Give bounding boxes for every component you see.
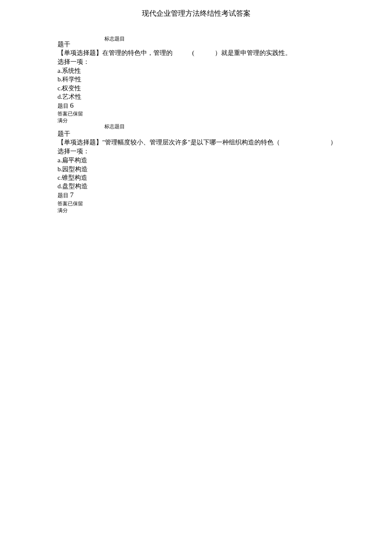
option-text-2d: 盘型构造 [62,183,88,190]
option-letter-2d: d. [58,183,62,190]
document-page: 现代企业管理方法终结性考试答案 标志题目 题干 【单项选择题】在管理的特色中，管… [0,0,392,214]
qnum-label-2: 题目 [58,192,69,198]
option-letter-2c: c. [58,174,62,181]
select-label-1: 选择一项： [58,58,339,66]
question-type-2: 【单项选择题】 [58,139,102,146]
option-letter-1a: a. [58,67,62,74]
qnum-2: 7 [70,191,74,199]
option-2a[interactable]: a.扁平构造 [58,156,339,164]
qnum-label-1: 题目 [58,103,69,109]
question-text-2: 【单项选择题】"管理幅度较小、管理层次许多"是以下哪一种组织构造的特色（ ） [58,138,339,147]
option-1a[interactable]: a.系统性 [58,66,339,75]
page-title: 现代企业管理方法终结性考试答案 [0,9,392,18]
question-main-2: "管理幅度较小、管理层次许多"是以下哪一种组织构造的特色（ [102,139,280,146]
flag-question-link-2[interactable]: 标志题目 [104,123,125,130]
question-number-line-2: 题目 7 [58,190,339,200]
question-text-1: 【单项选择题】在管理的特色中，管理的(）就是重申管理的实践性。 [58,49,339,58]
option-text-2a: 扁平构造 [62,157,87,164]
option-text-1b: 科学性 [62,76,81,83]
question-after-1: ）就是重申管理的实践性。 [215,49,291,56]
option-text-1d: 艺术性 [62,93,81,100]
full-score-2: 满分 [58,207,339,214]
qnum-1: 6 [70,101,74,109]
stem-label-1: 题干 [58,35,339,49]
answer-saved-2: 答案已保留 [58,200,339,207]
question-number-line-1: 题目 6 [58,101,339,110]
question-type-1: 【单项选择题】 [58,49,102,56]
full-score-1: 满分 [58,117,339,124]
option-2d[interactable]: d.盘型构造 [58,182,339,190]
option-1b[interactable]: b.科学性 [58,75,339,83]
open-paren-1: ( [192,49,194,56]
close-paren-2: ） [330,138,337,147]
answer-saved-1: 答案已保留 [58,110,339,117]
option-letter-1c: c. [58,85,62,92]
stem-label-2: 题干 [58,130,339,138]
option-2b[interactable]: b.园型构造 [58,165,339,173]
option-letter-2a: a. [58,157,62,164]
option-text-1c: 权变性 [62,85,81,92]
option-text-2b: 园型构造 [62,166,88,173]
option-1d[interactable]: d.艺术性 [58,92,339,101]
option-1c[interactable]: c.权变性 [58,84,339,92]
option-letter-2b: b. [58,166,62,173]
option-letter-1d: d. [58,93,62,100]
option-2c[interactable]: c.锥型构造 [58,173,339,182]
question-before-1: 在管理的特色中，管理的 [102,49,173,56]
option-text-1a: 系统性 [62,67,81,74]
select-label-2: 选择一项： [58,147,339,156]
content-column: 标志题目 题干 【单项选择题】在管理的特色中，管理的(）就是重申管理的实践性。 … [58,35,339,214]
flag-question-link-1[interactable]: 标志题目 [104,35,125,43]
option-text-2c: 锥型构造 [62,174,87,181]
option-letter-1b: b. [58,76,62,83]
